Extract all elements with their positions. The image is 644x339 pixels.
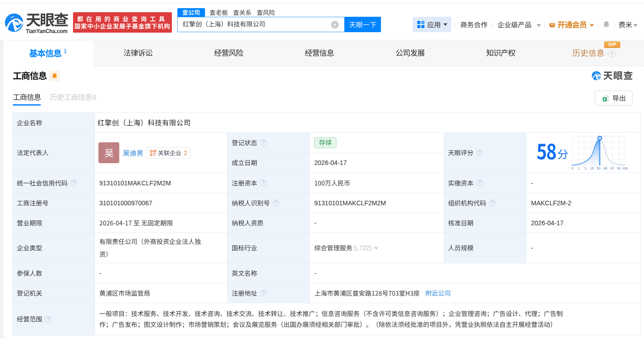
svg-text:97: 97 [610,166,614,170]
svg-text:0: 0 [571,166,573,170]
svg-text:50: 50 [597,166,600,170]
svg-text:99: 99 [617,166,620,170]
svg-text:3: 3 [584,166,586,170]
svg-text:100: 100 [622,166,628,170]
svg-text:1: 1 [578,166,580,170]
svg-text:85: 85 [604,166,607,170]
svg-text:15: 15 [590,166,594,170]
